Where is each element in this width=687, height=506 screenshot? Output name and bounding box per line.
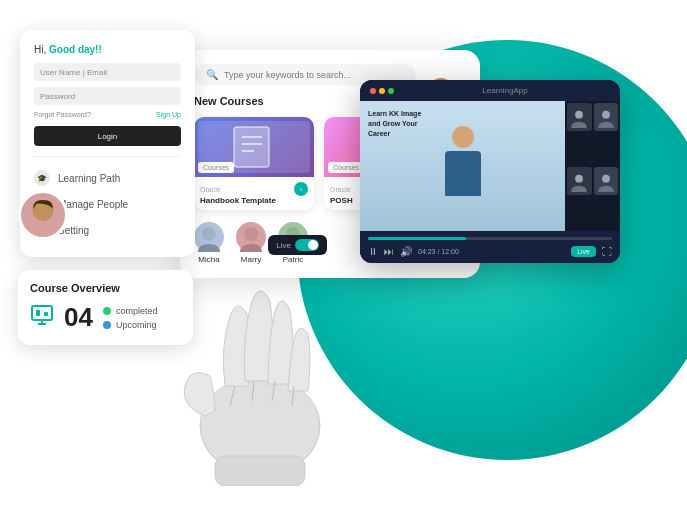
svg-rect-13 [234,127,269,167]
thumb-1[interactable] [567,103,592,131]
video-main: Learn KK Imageand Grow YourCareer [360,101,620,231]
time-display: 04:23 / 12:00 [418,248,459,255]
upcoming-label: Upcoming [103,320,158,330]
greeting-text: Hi, Good day!! [34,44,181,55]
course-2-label: Courses [328,162,364,173]
avatar-container [18,190,68,240]
course-1-title: Handbook Template [200,196,308,205]
skip-btn[interactable]: ⏭ [384,246,394,257]
maximize-btn[interactable] [388,88,394,94]
nav-label-manage: Manage People [58,199,128,210]
presenter-figure [438,126,488,206]
video-content: Learn KK Imageand Grow YourCareer [360,101,565,231]
video-header: LearningApp [360,80,620,101]
toggle-switch-row: Live [268,235,327,255]
svg-rect-11 [44,312,48,316]
svg-point-20 [575,111,583,119]
person-2[interactable]: Marry [236,222,266,264]
course-overview-card: Course Overview 04 completed [18,270,193,345]
course-1-sublabel: Oracle [200,186,221,193]
live-toggle[interactable] [295,239,319,251]
person-2-name: Marry [241,255,261,264]
thumb-4[interactable] [594,167,619,195]
play-pause-btn[interactable]: ⏸ [368,246,378,257]
video-controls: ⏸ ⏭ 🔊 04:23 / 12:00 Live ⛶ [360,231,620,263]
forgot-password-link[interactable]: Forgot Password? [34,111,91,118]
course-1-arrow[interactable]: › [294,182,308,196]
course-card-1[interactable]: Courses Oracle › Handbook Template [194,117,314,210]
course-1-info: Oracle › Handbook Template [194,177,314,210]
controls-row: ⏸ ⏭ 🔊 04:23 / 12:00 Live ⛶ [368,246,612,257]
close-btn[interactable] [370,88,376,94]
course-2-sublabel: Oracle [330,186,351,193]
presenter-head [452,126,474,148]
live-button[interactable]: Live [571,246,596,257]
course-stats-icon [30,303,54,332]
sign-up-link[interactable]: Sign Up [156,111,181,118]
search-icon: 🔍 [206,69,218,80]
svg-rect-1 [215,456,305,486]
video-sidebar [565,101,620,231]
toggle-label: Live [276,241,291,250]
svg-point-22 [575,175,583,183]
completed-dot [103,307,111,315]
user-avatar [18,190,68,240]
login-button[interactable]: Login [34,126,181,146]
svg-rect-10 [36,310,40,316]
course-1-label: Courses [198,162,234,173]
video-player-card: LearningApp Learn KK Imageand Grow YourC… [360,80,620,263]
person-1-name: Micha [198,255,219,264]
video-title: LearningApp [400,86,610,95]
completed-label: completed [103,306,158,316]
person-3-name: Patric [283,255,303,264]
progress-fill [368,237,466,240]
username-field[interactable]: User Name | Email [34,63,181,81]
thumb-3[interactable] [567,167,592,195]
nav-learning-path[interactable]: 🎓 Learning Path [34,165,181,191]
volume-icon: 🔊 [400,246,412,257]
nav-label-learning: Learning Path [58,173,120,184]
course-count: 04 [64,302,93,333]
person-1-avatar [194,222,224,252]
window-controls [370,88,394,94]
course-thumb-1: Courses [194,117,314,177]
fullscreen-icon[interactable]: ⛶ [602,246,612,257]
svg-point-18 [244,227,258,241]
upcoming-dot [103,321,111,329]
thumb-2[interactable] [594,103,619,131]
person-1[interactable]: Micha [194,222,224,264]
video-text-overlay: Learn KK Imageand Grow YourCareer [368,109,421,138]
minimize-btn[interactable] [379,88,385,94]
svg-point-23 [602,175,610,183]
progress-bar[interactable] [368,237,612,240]
search-input[interactable] [224,70,404,80]
presenter-body [445,151,481,196]
svg-point-21 [602,111,610,119]
learning-path-icon: 🎓 [34,170,50,186]
svg-point-17 [202,227,216,241]
person-2-avatar [236,222,266,252]
video-presenter: Learn KK Imageand Grow YourCareer [360,101,565,231]
greeting-highlight: Good day!! [49,44,102,55]
scene: Hi, Good day!! User Name | Email Passwor… [0,0,687,506]
svg-rect-7 [32,306,52,320]
course-overview-title: Course Overview [30,282,181,294]
password-field[interactable]: Password [34,87,181,105]
